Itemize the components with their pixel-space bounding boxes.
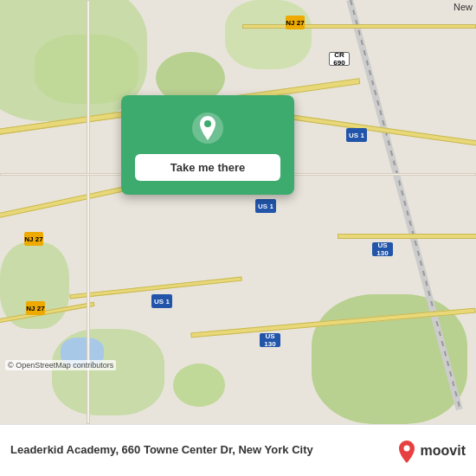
svg-point-3 xyxy=(403,445,409,451)
shield-nj27-top: NJ 27 xyxy=(286,16,305,29)
take-me-there-button[interactable]: Take me there xyxy=(135,154,280,181)
location-name: Leaderkid Academy, 660 Towne Center Dr, … xyxy=(10,443,313,456)
moovit-icon xyxy=(395,439,419,463)
road-nj27-top xyxy=(242,24,476,29)
top-right-label: New xyxy=(453,2,473,12)
shield-us130-right: US 130 xyxy=(372,242,393,256)
map-attribution: © OpenStreetMap contributors xyxy=(5,360,116,370)
map-pin-icon xyxy=(192,113,223,144)
location-text: Leaderkid Academy, 660 Towne Center Dr, … xyxy=(10,442,395,458)
svg-point-2 xyxy=(204,120,211,127)
bottom-bar: Leaderkid Academy, 660 Towne Center Dr, … xyxy=(0,424,476,476)
map-green-area xyxy=(173,363,225,407)
popup-card: Take me there xyxy=(121,95,294,195)
shield-nj27-left: NJ 27 xyxy=(24,232,43,246)
map-green-area xyxy=(225,0,312,69)
moovit-logo: moovit xyxy=(395,439,466,463)
shield-nj27-bot: NJ 27 xyxy=(26,301,45,315)
location-city: City xyxy=(292,443,313,456)
shield-us1-right: US 1 xyxy=(346,128,367,142)
map-container: NJ 27 CR 690 US 1 US 1 NJ 27 US 130 US 1… xyxy=(0,0,476,424)
road-us130-right xyxy=(338,234,476,239)
location-address: Leaderkid Academy, 660 Towne Center Dr, … xyxy=(10,443,289,456)
shield-us1-mid: US 1 xyxy=(255,199,276,213)
shield-us1-bot: US 1 xyxy=(151,294,172,308)
shield-cr690: CR 690 xyxy=(329,52,350,66)
moovit-text: moovit xyxy=(421,443,466,459)
shield-us130-bot: US 130 xyxy=(260,333,280,347)
